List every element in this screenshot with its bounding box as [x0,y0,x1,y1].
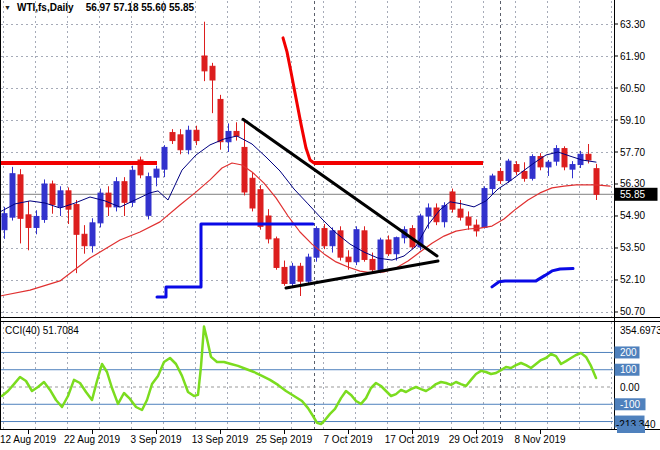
time-axis-label: 3 Sep 2019 [130,434,182,445]
chart-title: ▼ WTI,fs,Daily 56.97 57.18 55.60 55.85 [4,2,194,13]
candle-body [154,169,159,177]
time-axis-label: 22 Aug 2019 [64,434,121,445]
candle-body [218,99,223,141]
candle-body [258,190,263,227]
candle-body [42,184,47,219]
price-axis-label: 53.50 [620,242,645,253]
time-axis-label: 29 Oct 2019 [449,434,504,445]
candle-body [194,130,199,140]
candle-body [490,176,495,189]
symbol-label: WTI,fs,Daily [17,2,74,13]
candle-body [226,131,231,141]
candle-body [330,231,335,246]
candle-body [2,214,7,230]
candle-body [482,189,487,228]
price-axis-label: 50.70 [620,306,645,317]
candle-body [98,193,103,223]
candle-body [346,257,351,262]
candle-body [282,267,287,283]
candle-body [594,169,599,195]
candle-body [114,182,119,207]
time-axis-label: 7 Oct 2019 [324,434,373,445]
price-chart-canvas[interactable]: 63.3061.9060.5059.1057.7056.3054.9053.50… [0,0,660,450]
candle-body [162,147,167,169]
candle-body [562,149,567,167]
time-axis-label: 8 Nov 2019 [514,434,566,445]
candle-body [554,149,559,162]
candle-body [290,266,295,283]
candle-body [202,56,207,71]
candle-body [250,178,255,208]
price-axis-label: 52.10 [620,274,645,285]
cci-level-label: -100 [620,399,640,410]
candle-body [74,205,79,235]
candle-body [66,191,71,209]
cci-indicator-label: CCI(40) 51.7084 [5,325,79,336]
candle-body [498,171,503,180]
time-axis-label: 12 Aug 2019 [0,434,57,445]
axis-corner-widget[interactable] [617,426,645,433]
candle-body [466,217,471,225]
candle-body [546,162,551,167]
cci-max-label: 354.6973 [620,325,660,336]
candle-body [186,130,191,149]
candle-body [586,154,591,160]
price-axis-label: 54.90 [620,210,645,221]
candle-body [18,175,23,218]
time-axis-label: 25 Sep 2019 [256,434,313,445]
candle-body [306,257,311,281]
candle-body [274,239,279,268]
current-price-label: 55.85 [620,189,645,200]
candle-body [506,161,511,180]
candle-body [106,193,111,207]
candle-body [354,230,359,262]
price-axis-label: 61.90 [620,51,645,62]
candle-body [458,209,463,217]
cci-zero-label: 0.00 [620,382,640,393]
candle-body [314,229,319,258]
price-axis-label: 59.10 [620,115,645,126]
mt4-chart-window: 63.3061.9060.5059.1057.7056.3054.9053.50… [0,0,660,450]
price-axis-label: 57.70 [620,147,645,158]
candle-body [266,216,271,239]
candle-body [450,192,455,209]
candle-body [82,234,87,245]
candle-body [570,165,575,170]
ohlc-values: 56.97 57.18 55.60 55.85 [86,2,194,13]
pane-splitter[interactable] [0,318,660,321]
candle-body [322,229,327,246]
candle-body [234,131,239,136]
candle-body [530,157,535,179]
candle-body [242,147,247,192]
price-axis-label: 63.30 [620,19,645,30]
time-axis-label: 13 Sep 2019 [192,434,249,445]
candle-body [386,240,391,254]
cci-label-text: CCI(40) 51.7084 [5,325,79,336]
candle-body [378,240,383,270]
candle-body [514,165,519,172]
time-axis-label: 17 Oct 2019 [385,434,440,445]
candle-body [178,135,183,150]
price-axis-label: 60.50 [620,83,645,94]
collapse-arrow-icon[interactable]: ▼ [4,3,11,13]
candle-body [146,177,151,216]
candle-body [170,133,175,141]
candle-body [34,216,39,227]
candle-body [130,170,135,202]
candle-body [10,174,15,217]
candle-body [426,208,431,216]
candle-body [362,231,367,260]
candle-body [298,266,303,281]
candle-body [370,259,375,269]
candle-body [210,66,215,80]
candle-body [26,215,31,228]
candle-body [394,238,399,254]
candle-body [90,223,95,246]
candle-body [122,182,127,203]
cci-level-label: 200 [620,347,637,358]
candle-body [58,191,63,207]
candle-body [50,184,55,205]
candle-body [522,171,527,178]
cci-level-label: 100 [620,364,637,375]
